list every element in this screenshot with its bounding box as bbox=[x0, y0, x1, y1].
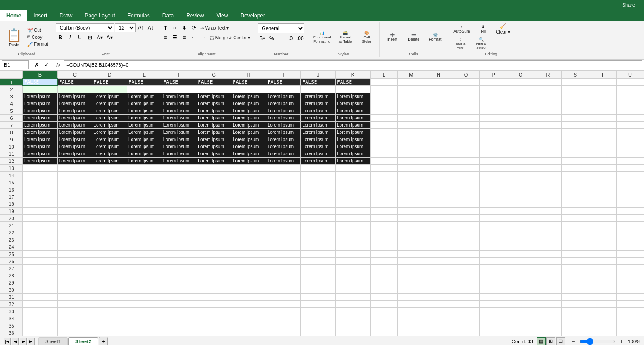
number-format-select[interactable]: General bbox=[258, 23, 304, 33]
cell-R3[interactable] bbox=[534, 93, 562, 100]
cell-F13[interactable] bbox=[162, 165, 196, 172]
cell-S27[interactable] bbox=[562, 265, 589, 272]
cell-G22[interactable] bbox=[196, 229, 231, 236]
cell-R29[interactable] bbox=[534, 279, 562, 286]
add-sheet-button[interactable]: + bbox=[99, 337, 108, 345]
cell-M6[interactable] bbox=[397, 115, 425, 122]
cell-D22[interactable] bbox=[92, 229, 127, 236]
cell-H22[interactable] bbox=[231, 229, 266, 236]
cell-S24[interactable] bbox=[562, 243, 589, 251]
cell-P28[interactable] bbox=[480, 272, 507, 279]
align-bottom-btn[interactable]: ⬇ bbox=[180, 23, 189, 32]
cell-F16[interactable] bbox=[162, 186, 196, 193]
cell-E29[interactable] bbox=[127, 279, 162, 286]
cell-E6[interactable]: Lorem Ipsum bbox=[127, 115, 162, 122]
cell-C15[interactable] bbox=[57, 179, 92, 186]
cell-T3[interactable] bbox=[589, 93, 616, 100]
cell-D27[interactable] bbox=[92, 265, 127, 272]
cell-N12[interactable] bbox=[425, 158, 452, 165]
cell-F29[interactable] bbox=[162, 279, 196, 286]
cell-F20[interactable] bbox=[162, 215, 196, 222]
cell-M3[interactable] bbox=[397, 93, 425, 100]
cell-J1[interactable]: FALSE bbox=[301, 79, 336, 86]
increase-indent-btn[interactable]: → bbox=[199, 33, 208, 42]
cell-K10[interactable]: Lorem Ipsum bbox=[336, 143, 371, 150]
cell-N23[interactable] bbox=[425, 236, 452, 243]
cell-U15[interactable] bbox=[616, 179, 644, 186]
cell-P4[interactable] bbox=[480, 100, 507, 107]
cell-styles-button[interactable]: 🎨 Cell Styles bbox=[357, 30, 376, 45]
cell-I32[interactable] bbox=[266, 301, 301, 308]
cell-D18[interactable] bbox=[92, 200, 127, 208]
row-header-27[interactable]: 27 bbox=[0, 265, 23, 272]
cell-K24[interactable] bbox=[336, 243, 371, 251]
cell-Q9[interactable] bbox=[507, 136, 534, 143]
cell-I9[interactable]: Lorem Ipsum bbox=[266, 136, 301, 143]
cell-O6[interactable] bbox=[452, 115, 480, 122]
cell-Q20[interactable] bbox=[507, 215, 534, 222]
cell-Q12[interactable] bbox=[507, 158, 534, 165]
cell-U8[interactable] bbox=[616, 129, 644, 136]
cell-O31[interactable] bbox=[452, 294, 480, 301]
cell-K14[interactable] bbox=[336, 172, 371, 179]
cell-L8[interactable] bbox=[370, 129, 397, 136]
cell-P9[interactable] bbox=[480, 136, 507, 143]
fill-color-button[interactable]: A▾ bbox=[95, 33, 104, 42]
sheet-nav-prev[interactable]: ◀ bbox=[12, 338, 19, 345]
cell-D4[interactable]: Lorem Ipsum bbox=[92, 100, 127, 107]
cell-O17[interactable] bbox=[452, 193, 480, 200]
cell-H33[interactable] bbox=[231, 308, 266, 315]
row-header-31[interactable]: 31 bbox=[0, 294, 23, 301]
cell-C28[interactable] bbox=[57, 272, 92, 279]
cell-D16[interactable] bbox=[92, 186, 127, 193]
cell-O1[interactable] bbox=[452, 79, 480, 86]
cell-I12[interactable]: Lorem Ipsum bbox=[266, 158, 301, 165]
cell-E23[interactable] bbox=[127, 236, 162, 243]
cell-I22[interactable] bbox=[266, 229, 301, 236]
cell-E11[interactable]: Lorem Ipsum bbox=[127, 150, 162, 158]
cell-M30[interactable] bbox=[397, 286, 425, 294]
cell-B28[interactable] bbox=[23, 272, 58, 279]
cell-H30[interactable] bbox=[231, 286, 266, 294]
row-header-33[interactable]: 33 bbox=[0, 308, 23, 315]
col-header-N[interactable]: N bbox=[425, 71, 452, 79]
cell-I11[interactable]: Lorem Ipsum bbox=[266, 150, 301, 158]
cell-T25[interactable] bbox=[589, 251, 616, 258]
col-header-E[interactable]: E bbox=[127, 71, 162, 79]
cell-O27[interactable] bbox=[452, 265, 480, 272]
row-header-4[interactable]: 4 bbox=[0, 100, 23, 107]
cell-S23[interactable] bbox=[562, 236, 589, 243]
cell-P6[interactable] bbox=[480, 115, 507, 122]
cell-F22[interactable] bbox=[162, 229, 196, 236]
align-right-btn[interactable]: ≡ bbox=[180, 33, 189, 42]
tab-developer[interactable]: Developer bbox=[234, 10, 271, 21]
cell-T8[interactable] bbox=[589, 129, 616, 136]
cell-R34[interactable] bbox=[534, 315, 562, 322]
format-painter-button[interactable]: 🖌️ Format bbox=[26, 41, 50, 47]
row-header-17[interactable]: 17 bbox=[0, 193, 23, 200]
cell-R30[interactable] bbox=[534, 286, 562, 294]
cell-T20[interactable] bbox=[589, 215, 616, 222]
cell-U25[interactable] bbox=[616, 251, 644, 258]
cell-G36[interactable] bbox=[196, 329, 231, 336]
cell-T29[interactable] bbox=[589, 279, 616, 286]
row-header-9[interactable]: 9 bbox=[0, 136, 23, 143]
cell-R10[interactable] bbox=[534, 143, 562, 150]
row-header-35[interactable]: 35 bbox=[0, 322, 23, 329]
cell-Q34[interactable] bbox=[507, 315, 534, 322]
cell-T10[interactable] bbox=[589, 143, 616, 150]
cell-J33[interactable] bbox=[301, 308, 336, 315]
cell-P3[interactable] bbox=[480, 93, 507, 100]
cell-F8[interactable]: Lorem Ipsum bbox=[162, 129, 196, 136]
tab-page-layout[interactable]: Page Layout bbox=[78, 10, 121, 21]
cell-J13[interactable] bbox=[301, 165, 336, 172]
cell-B8[interactable]: Lorem Ipsum bbox=[23, 129, 58, 136]
cell-S20[interactable] bbox=[562, 215, 589, 222]
tab-view[interactable]: View bbox=[210, 10, 235, 21]
cell-R24[interactable] bbox=[534, 243, 562, 251]
cell-M13[interactable] bbox=[397, 165, 425, 172]
cell-M21[interactable] bbox=[397, 222, 425, 229]
confirm-formula-btn[interactable]: ✓ bbox=[42, 60, 51, 69]
cell-K8[interactable]: Lorem Ipsum bbox=[336, 129, 371, 136]
cell-K26[interactable] bbox=[336, 258, 371, 265]
